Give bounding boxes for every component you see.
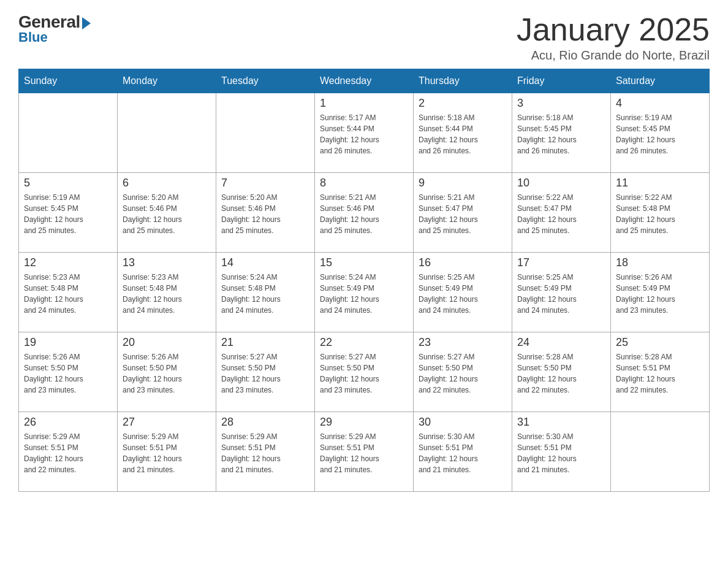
day-number: 1 xyxy=(320,97,408,110)
day-number: 30 xyxy=(419,416,507,429)
day-info: Sunrise: 5:20 AM Sunset: 5:46 PM Dayligh… xyxy=(123,192,211,236)
day-info: Sunrise: 5:30 AM Sunset: 5:51 PM Dayligh… xyxy=(419,431,507,475)
day-number: 21 xyxy=(221,336,309,349)
day-header-saturday: Saturday xyxy=(611,69,710,93)
calendar-cell: 21Sunrise: 5:27 AM Sunset: 5:50 PM Dayli… xyxy=(216,332,315,412)
day-info: Sunrise: 5:18 AM Sunset: 5:45 PM Dayligh… xyxy=(517,112,605,156)
day-info: Sunrise: 5:17 AM Sunset: 5:44 PM Dayligh… xyxy=(320,112,408,156)
location-title: Acu, Rio Grande do Norte, Brazil xyxy=(517,48,710,63)
day-number: 5 xyxy=(24,177,112,190)
calendar-cell: 24Sunrise: 5:28 AM Sunset: 5:50 PM Dayli… xyxy=(512,332,611,412)
logo-blue-text: Blue xyxy=(18,29,48,45)
day-info: Sunrise: 5:29 AM Sunset: 5:51 PM Dayligh… xyxy=(221,431,309,475)
calendar-cell: 17Sunrise: 5:25 AM Sunset: 5:49 PM Dayli… xyxy=(512,253,611,332)
page-header: General Blue January 2025 Acu, Rio Grand… xyxy=(18,12,710,63)
day-number: 4 xyxy=(616,97,704,110)
calendar-cell: 22Sunrise: 5:27 AM Sunset: 5:50 PM Dayli… xyxy=(315,332,414,412)
day-number: 24 xyxy=(517,336,605,349)
day-info: Sunrise: 5:27 AM Sunset: 5:50 PM Dayligh… xyxy=(221,351,309,396)
day-number: 27 xyxy=(123,416,211,429)
day-info: Sunrise: 5:30 AM Sunset: 5:51 PM Dayligh… xyxy=(517,431,605,475)
day-info: Sunrise: 5:21 AM Sunset: 5:46 PM Dayligh… xyxy=(320,192,408,236)
calendar-cell xyxy=(19,93,118,173)
day-number: 9 xyxy=(419,177,507,190)
day-headers-row: SundayMondayTuesdayWednesdayThursdayFrid… xyxy=(19,69,710,93)
calendar-cell xyxy=(611,412,710,492)
calendar-cell: 29Sunrise: 5:29 AM Sunset: 5:51 PM Dayli… xyxy=(315,412,414,492)
day-number: 19 xyxy=(24,336,112,349)
day-info: Sunrise: 5:27 AM Sunset: 5:50 PM Dayligh… xyxy=(419,351,507,396)
calendar-cell: 18Sunrise: 5:26 AM Sunset: 5:49 PM Dayli… xyxy=(611,253,710,332)
day-number: 7 xyxy=(221,177,309,190)
day-number: 31 xyxy=(517,416,605,429)
day-number: 28 xyxy=(221,416,309,429)
day-info: Sunrise: 5:22 AM Sunset: 5:48 PM Dayligh… xyxy=(616,192,704,236)
calendar-week-2: 5Sunrise: 5:19 AM Sunset: 5:45 PM Daylig… xyxy=(19,173,710,253)
calendar-cell: 2Sunrise: 5:18 AM Sunset: 5:44 PM Daylig… xyxy=(414,93,512,173)
title-section: January 2025 Acu, Rio Grande do Norte, B… xyxy=(517,12,710,63)
day-header-sunday: Sunday xyxy=(19,69,118,93)
month-title: January 2025 xyxy=(517,12,710,47)
day-info: Sunrise: 5:28 AM Sunset: 5:50 PM Dayligh… xyxy=(517,351,605,396)
calendar-cell: 23Sunrise: 5:27 AM Sunset: 5:50 PM Dayli… xyxy=(414,332,512,412)
day-number: 2 xyxy=(419,97,507,110)
day-number: 10 xyxy=(517,177,605,190)
day-info: Sunrise: 5:21 AM Sunset: 5:47 PM Dayligh… xyxy=(419,192,507,236)
day-header-monday: Monday xyxy=(118,69,216,93)
calendar-cell: 14Sunrise: 5:24 AM Sunset: 5:48 PM Dayli… xyxy=(216,253,315,332)
day-info: Sunrise: 5:29 AM Sunset: 5:51 PM Dayligh… xyxy=(320,431,408,475)
calendar-cell: 15Sunrise: 5:24 AM Sunset: 5:49 PM Dayli… xyxy=(315,253,414,332)
day-number: 8 xyxy=(320,177,408,190)
calendar-cell: 7Sunrise: 5:20 AM Sunset: 5:46 PM Daylig… xyxy=(216,173,315,253)
day-info: Sunrise: 5:23 AM Sunset: 5:48 PM Dayligh… xyxy=(123,272,211,316)
calendar-cell: 9Sunrise: 5:21 AM Sunset: 5:47 PM Daylig… xyxy=(414,173,512,253)
day-number: 26 xyxy=(24,416,112,429)
calendar-cell: 30Sunrise: 5:30 AM Sunset: 5:51 PM Dayli… xyxy=(414,412,512,492)
calendar-body: 1Sunrise: 5:17 AM Sunset: 5:44 PM Daylig… xyxy=(19,93,710,492)
calendar-cell: 11Sunrise: 5:22 AM Sunset: 5:48 PM Dayli… xyxy=(611,173,710,253)
day-number: 12 xyxy=(24,256,112,269)
day-info: Sunrise: 5:18 AM Sunset: 5:44 PM Dayligh… xyxy=(419,112,507,156)
day-number: 6 xyxy=(123,177,211,190)
day-info: Sunrise: 5:23 AM Sunset: 5:48 PM Dayligh… xyxy=(24,272,112,316)
day-number: 29 xyxy=(320,416,408,429)
day-number: 3 xyxy=(517,97,605,110)
day-info: Sunrise: 5:27 AM Sunset: 5:50 PM Dayligh… xyxy=(320,351,408,396)
logo-arrow-icon xyxy=(82,17,91,29)
calendar-cell: 5Sunrise: 5:19 AM Sunset: 5:45 PM Daylig… xyxy=(19,173,118,253)
day-number: 11 xyxy=(616,177,704,190)
calendar-cell: 31Sunrise: 5:30 AM Sunset: 5:51 PM Dayli… xyxy=(512,412,611,492)
day-number: 14 xyxy=(221,256,309,269)
day-number: 15 xyxy=(320,256,408,269)
calendar-cell: 8Sunrise: 5:21 AM Sunset: 5:46 PM Daylig… xyxy=(315,173,414,253)
day-info: Sunrise: 5:19 AM Sunset: 5:45 PM Dayligh… xyxy=(24,192,112,236)
day-info: Sunrise: 5:29 AM Sunset: 5:51 PM Dayligh… xyxy=(24,431,112,475)
calendar-cell: 1Sunrise: 5:17 AM Sunset: 5:44 PM Daylig… xyxy=(315,93,414,173)
calendar-cell: 20Sunrise: 5:26 AM Sunset: 5:50 PM Dayli… xyxy=(118,332,216,412)
day-info: Sunrise: 5:19 AM Sunset: 5:45 PM Dayligh… xyxy=(616,112,704,156)
day-info: Sunrise: 5:25 AM Sunset: 5:49 PM Dayligh… xyxy=(517,272,605,316)
calendar-cell: 6Sunrise: 5:20 AM Sunset: 5:46 PM Daylig… xyxy=(118,173,216,253)
day-info: Sunrise: 5:26 AM Sunset: 5:50 PM Dayligh… xyxy=(24,351,112,396)
calendar-header: SundayMondayTuesdayWednesdayThursdayFrid… xyxy=(19,69,710,93)
day-info: Sunrise: 5:22 AM Sunset: 5:47 PM Dayligh… xyxy=(517,192,605,236)
day-number: 18 xyxy=(616,256,704,269)
calendar-cell: 12Sunrise: 5:23 AM Sunset: 5:48 PM Dayli… xyxy=(19,253,118,332)
calendar-cell xyxy=(216,93,315,173)
day-info: Sunrise: 5:24 AM Sunset: 5:49 PM Dayligh… xyxy=(320,272,408,316)
day-header-wednesday: Wednesday xyxy=(315,69,414,93)
day-number: 25 xyxy=(616,336,704,349)
day-header-tuesday: Tuesday xyxy=(216,69,315,93)
day-info: Sunrise: 5:29 AM Sunset: 5:51 PM Dayligh… xyxy=(123,431,211,475)
calendar-week-4: 19Sunrise: 5:26 AM Sunset: 5:50 PM Dayli… xyxy=(19,332,710,412)
day-number: 17 xyxy=(517,256,605,269)
calendar-cell: 16Sunrise: 5:25 AM Sunset: 5:49 PM Dayli… xyxy=(414,253,512,332)
calendar-week-5: 26Sunrise: 5:29 AM Sunset: 5:51 PM Dayli… xyxy=(19,412,710,492)
calendar-cell: 26Sunrise: 5:29 AM Sunset: 5:51 PM Dayli… xyxy=(19,412,118,492)
day-info: Sunrise: 5:20 AM Sunset: 5:46 PM Dayligh… xyxy=(221,192,309,236)
day-header-friday: Friday xyxy=(512,69,611,93)
day-number: 13 xyxy=(123,256,211,269)
calendar-cell: 28Sunrise: 5:29 AM Sunset: 5:51 PM Dayli… xyxy=(216,412,315,492)
day-info: Sunrise: 5:26 AM Sunset: 5:49 PM Dayligh… xyxy=(616,272,704,316)
calendar-week-1: 1Sunrise: 5:17 AM Sunset: 5:44 PM Daylig… xyxy=(19,93,710,173)
